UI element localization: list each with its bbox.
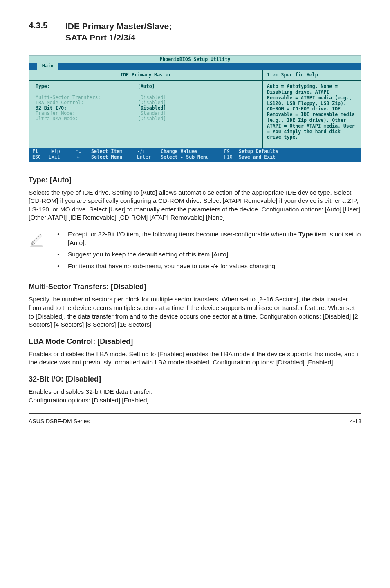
bios-main-body: Type: Multi-Sector Transfers: LBA Mode C…: [29, 81, 262, 129]
bios-panel-title: IDE Primary Master: [29, 70, 262, 81]
footer-select-submenu: Select ▸ Sub-Menu: [161, 155, 224, 160]
heading-multi: Multi-Sector Transfers: [Disabled]: [29, 283, 361, 291]
body-type: Selects the type of IDE drive. Setting t…: [29, 189, 361, 222]
bios-help-title: Item Specific Help: [263, 70, 361, 81]
bios-help-body: Auto = Autotyping. None = Disabling driv…: [263, 81, 361, 148]
note-text-1: Except for 32-Bit I/O item, the followin…: [68, 230, 361, 247]
footer-select-item: Select Item: [91, 149, 137, 154]
footer-divider: [29, 413, 361, 414]
field-multi-value[interactable]: [Disabled]: [138, 95, 256, 100]
section-title: IDE Primary Master/Slave; SATA Port 1/2/…: [65, 20, 172, 44]
tab-main[interactable]: Main: [37, 63, 58, 70]
bios-values-col: [Auto] [Disabled] [Disabled] [Disabled] …: [138, 84, 256, 122]
bios-main-panel: IDE Primary Master Type: Multi-Sector Tr…: [29, 70, 263, 148]
body-multi: Specify the number of sectors per block …: [29, 295, 361, 329]
footer-exit: Exit: [49, 155, 76, 160]
bios-panels: IDE Primary Master Type: Multi-Sector Tr…: [29, 70, 361, 148]
bios-footer: F1 Help ↑↓ Select Item -/+ Change Values…: [29, 148, 361, 161]
footer-f10: F10: [224, 155, 239, 160]
tab-spacer: [29, 63, 37, 70]
section-heading: 4.3.5 IDE Primary Master/Slave; SATA Por…: [29, 20, 361, 44]
footer-f1: F1: [32, 149, 49, 154]
footer-left: ASUS DSBF-DM Series: [29, 418, 90, 424]
note-items: • Except for 32-Bit I/O item, the follow…: [57, 230, 361, 274]
heading-lba: LBA Mode Control: [Disabled]: [29, 337, 361, 346]
footer-change-values: Change Values: [161, 149, 224, 154]
field-multi-label: Multi-Sector Transfers:: [36, 95, 138, 100]
section-title-line1: IDE Primary Master/Slave;: [65, 20, 172, 32]
bullet-icon: •: [57, 230, 60, 239]
field-type-value[interactable]: [Auto]: [138, 84, 256, 89]
footer-enter: Enter: [137, 155, 161, 160]
footer-esc: ESC: [32, 155, 49, 160]
note-text-3: For items that have no sub-menu, you hav…: [68, 262, 361, 271]
note-text-2: Suggest you to keep the default setting …: [68, 250, 361, 259]
body-io: Enables or disables 32-bit IDE data tran…: [29, 388, 361, 404]
note-item-3: • For items that have no sub-menu, you h…: [57, 262, 361, 271]
svg-point-0: [30, 245, 43, 247]
field-dma-label: Ultra DMA Mode:: [36, 116, 138, 121]
footer-leftright-icon: →←: [76, 155, 91, 160]
page-footer: ASUS DSBF-DM Series 4-13: [29, 418, 361, 424]
note-item-2: • Suggest you to keep the default settin…: [57, 250, 361, 259]
note-1-pre: Except for 32-Bit I/O item, the followin…: [68, 231, 298, 238]
note-block: • Except for 32-Bit I/O item, the follow…: [29, 230, 361, 274]
footer-right: 4-13: [350, 418, 361, 424]
note-item-1: • Except for 32-Bit I/O item, the follow…: [57, 230, 361, 247]
bullet-icon: •: [57, 250, 60, 259]
bios-title: PhoenixBIOS Setup Utility: [29, 56, 361, 63]
footer-setup-defaults: Setup Defaults: [239, 149, 278, 154]
bios-labels-col: Type: Multi-Sector Transfers: LBA Mode C…: [36, 84, 138, 122]
bios-help-panel: Item Specific Help Auto = Autotyping. No…: [263, 70, 361, 148]
section-number: 4.3.5: [29, 20, 65, 30]
note-1-bold: Type: [298, 231, 313, 238]
heading-type: Type: [Auto]: [29, 176, 361, 184]
footer-f9: F9: [224, 149, 239, 154]
body-lba: Enables or disables the LBA mode. Settin…: [29, 350, 361, 367]
section-title-line2: SATA Port 1/2/3/4: [65, 32, 172, 43]
bullet-icon: •: [57, 262, 60, 271]
footer-save-exit: Save and Exit: [239, 155, 276, 160]
footer-select-menu: Select Menu: [91, 155, 137, 160]
bios-tabbar: Main: [29, 63, 361, 70]
footer-minusplus: -/+: [137, 149, 161, 154]
field-dma-value[interactable]: [Disabled]: [138, 116, 256, 121]
pencil-icon: [29, 230, 45, 250]
footer-updown-icon: ↑↓: [76, 149, 91, 154]
bios-window: PhoenixBIOS Setup Utility Main IDE Prima…: [29, 55, 361, 162]
footer-help: Help: [49, 149, 76, 154]
field-type-label: Type:: [36, 84, 138, 89]
heading-io: 32-Bit I/O: [Disabled]: [29, 375, 361, 384]
